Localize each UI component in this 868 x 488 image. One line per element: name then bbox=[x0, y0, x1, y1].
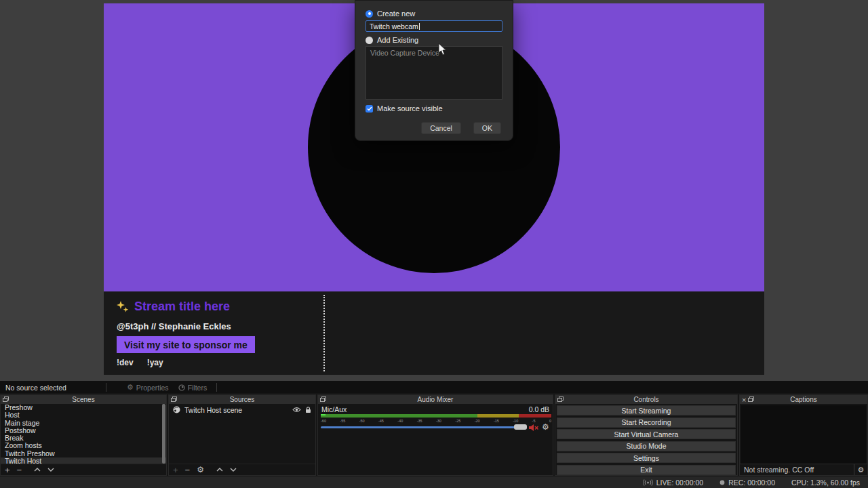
captions-status-row: Not streaming. CC Off ⚙ bbox=[740, 464, 867, 475]
scene-item-selected[interactable]: Twitch Host bbox=[1, 458, 166, 464]
scene-item[interactable]: Postshow bbox=[1, 427, 166, 434]
audio-mixer-panel: Audio Mixer Mic/Aux 0.0 dB -60-55 -50-45… bbox=[317, 394, 553, 476]
dock-icon[interactable] bbox=[557, 396, 564, 403]
mute-speaker-icon[interactable] bbox=[529, 424, 539, 432]
lock-icon[interactable] bbox=[305, 407, 311, 413]
captions-title: Captions bbox=[740, 396, 867, 403]
sparkles-icon bbox=[116, 300, 130, 314]
scene-item[interactable]: Preshow bbox=[1, 404, 166, 411]
add-existing-radio[interactable] bbox=[366, 37, 373, 44]
captions-content bbox=[741, 405, 866, 464]
make-visible-option[interactable]: Make source visible bbox=[366, 104, 443, 113]
lower-third-overlay: Stream title here @5t3ph // Stephanie Ec… bbox=[104, 291, 764, 375]
visibility-eye-icon[interactable] bbox=[292, 407, 301, 413]
move-source-up-button[interactable] bbox=[216, 468, 223, 472]
rec-time: REC: 00:00:00 bbox=[728, 479, 775, 487]
scenes-header[interactable]: Scenes bbox=[1, 395, 166, 404]
source-name-value: Twitch webcam bbox=[370, 22, 418, 30]
source-toolbar: No source selected ⚙ Properties Filters bbox=[0, 381, 868, 394]
scene-item[interactable]: Host bbox=[1, 411, 166, 419]
scenes-panel: Scenes Preshow Host Main stage Postshow … bbox=[0, 394, 167, 476]
scenes-toolbar: + − bbox=[1, 464, 166, 475]
captions-gear-icon[interactable]: ⚙ bbox=[854, 464, 867, 475]
separator bbox=[106, 383, 106, 392]
create-new-radio[interactable] bbox=[366, 10, 373, 18]
scenes-scrollbar[interactable] bbox=[162, 404, 165, 464]
sponsor-button: Visit my site to sponsor me bbox=[117, 336, 255, 353]
source-properties-gear-icon[interactable]: ⚙ bbox=[197, 465, 204, 474]
move-scene-up-button[interactable] bbox=[34, 468, 41, 472]
exit-button[interactable]: Exit bbox=[557, 465, 736, 475]
mixer-gear-icon[interactable]: ⚙ bbox=[542, 422, 549, 432]
move-source-down-button[interactable] bbox=[230, 468, 237, 472]
close-icon[interactable]: × bbox=[742, 396, 746, 403]
dock-area: Scenes Preshow Host Main stage Postshow … bbox=[0, 393, 868, 476]
existing-source-item[interactable]: Video Capture Device bbox=[366, 47, 502, 59]
gear-icon: ⚙ bbox=[127, 383, 134, 392]
volume-meter-active-level bbox=[321, 414, 326, 415]
captions-header[interactable]: × Captions bbox=[740, 395, 867, 404]
meter-tick-labels: -60-55 -50-45 -40-35 -30-25 -20-15 -10-5… bbox=[321, 419, 551, 423]
mixer-channel-name: Mic/Aux bbox=[321, 405, 347, 413]
create-new-option[interactable]: Create new bbox=[366, 9, 415, 18]
mixer-level-value: 0.0 dB bbox=[529, 405, 549, 413]
dock-icon[interactable] bbox=[748, 396, 754, 403]
cmd-yay: !yay bbox=[147, 358, 163, 367]
studio-mode-button[interactable]: Studio Mode bbox=[557, 441, 736, 451]
source-row[interactable]: Twitch Host scene bbox=[169, 405, 315, 414]
add-scene-button[interactable]: + bbox=[5, 466, 10, 474]
properties-button[interactable]: ⚙ Properties bbox=[127, 383, 169, 392]
live-status: LIVE: 00:00:00 bbox=[643, 479, 703, 487]
mixer-header[interactable]: Audio Mixer bbox=[318, 395, 553, 404]
dock-icon[interactable] bbox=[320, 396, 326, 403]
volume-slider-handle[interactable] bbox=[514, 424, 527, 430]
volume-slider-track[interactable] bbox=[321, 426, 527, 428]
captions-header-icons: × bbox=[742, 396, 754, 403]
status-bar: LIVE: 00:00:00 REC: 00:00:00 CPU: 1.3%, … bbox=[0, 476, 868, 488]
source-name-input[interactable]: Twitch webcam bbox=[366, 20, 502, 32]
live-time: LIVE: 00:00:00 bbox=[656, 479, 703, 487]
broadcast-icon bbox=[643, 479, 653, 486]
make-visible-label: Make source visible bbox=[377, 104, 443, 113]
remove-scene-button[interactable]: − bbox=[17, 466, 22, 474]
chat-commands: !dev !yay bbox=[117, 358, 163, 367]
source-label[interactable]: Twitch Host scene bbox=[184, 406, 288, 414]
sources-toolbar: + − ⚙ bbox=[169, 464, 315, 475]
cancel-button[interactable]: Cancel bbox=[421, 122, 461, 134]
settings-button[interactable]: Settings bbox=[557, 453, 736, 463]
dock-icon[interactable] bbox=[3, 396, 9, 403]
move-scene-down-button[interactable] bbox=[47, 468, 54, 472]
volume-meter bbox=[321, 414, 551, 418]
start-virtual-camera-button[interactable]: Start Virtual Camera bbox=[557, 429, 736, 439]
sources-title: Sources bbox=[169, 396, 315, 403]
ok-button[interactable]: OK bbox=[473, 122, 501, 134]
mouse-cursor bbox=[438, 43, 447, 56]
stream-title: Stream title here bbox=[116, 300, 230, 314]
check-icon bbox=[367, 106, 372, 111]
sources-header[interactable]: Sources bbox=[169, 395, 315, 404]
rec-status: REC: 00:00:00 bbox=[719, 479, 775, 487]
text-caret bbox=[419, 23, 420, 30]
remove-source-button[interactable]: − bbox=[185, 466, 191, 474]
scene-list[interactable]: Preshow Host Main stage Postshow Break Z… bbox=[1, 404, 166, 464]
dotted-divider bbox=[323, 295, 325, 371]
filters-button[interactable]: Filters bbox=[178, 384, 208, 392]
obs-window: Stream title here @5t3ph // Stephanie Ec… bbox=[0, 0, 868, 488]
make-visible-checkbox[interactable] bbox=[366, 105, 373, 113]
add-source-button[interactable]: + bbox=[173, 466, 178, 474]
existing-sources-list[interactable]: Video Capture Device bbox=[366, 46, 502, 100]
controls-header[interactable]: Controls bbox=[555, 395, 737, 404]
stream-title-text: Stream title here bbox=[134, 300, 230, 314]
cpu-status: CPU: 1.3%, 60.00 fps bbox=[791, 479, 860, 487]
cmd-dev: !dev bbox=[117, 358, 134, 367]
filters-label: Filters bbox=[188, 384, 208, 392]
start-recording-button[interactable]: Start Recording bbox=[557, 418, 736, 428]
add-existing-option[interactable]: Add Existing bbox=[366, 36, 418, 44]
create-new-label: Create new bbox=[377, 9, 415, 18]
filter-icon bbox=[178, 384, 185, 391]
dock-icon[interactable] bbox=[171, 396, 177, 403]
scenes-title: Scenes bbox=[1, 396, 166, 403]
captions-panel: × Captions Not streaming. CC Off ⚙ bbox=[739, 394, 868, 476]
sources-panel: Sources Twitch Host scene bbox=[168, 394, 316, 476]
start-streaming-button[interactable]: Start Streaming bbox=[557, 405, 736, 415]
